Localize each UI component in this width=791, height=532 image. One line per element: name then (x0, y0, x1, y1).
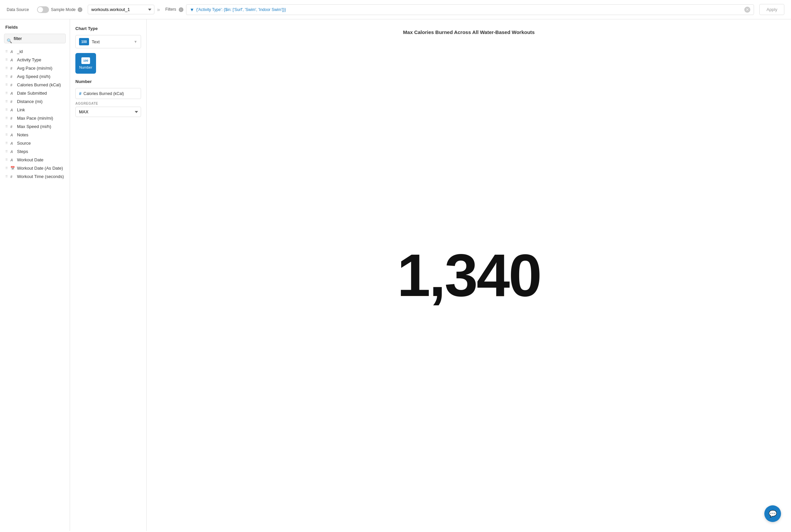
field-item[interactable]: ⠿ A Source (0, 139, 70, 147)
filter-input-wrapper: 🔍 (0, 34, 70, 48)
sample-mode-label: Sample Mode (51, 7, 76, 12)
number-field-box: # Calories Burned (kCal) (75, 88, 141, 99)
field-name: Activity Type (17, 57, 41, 62)
field-name: Avg Pace (min/mi) (17, 66, 52, 71)
field-type-icon: A (10, 50, 15, 54)
drag-handle: ⠿ (5, 108, 8, 112)
field-type-icon: 📅 (10, 166, 15, 170)
field-name: Source (17, 141, 31, 146)
field-type-icon: A (10, 158, 15, 162)
field-type-icon: # (10, 116, 15, 120)
drag-handle: ⠿ (5, 116, 8, 120)
number-field-name: Calories Burned (kCal) (83, 91, 124, 96)
field-name: _id (17, 49, 23, 54)
filter-funnel-icon: ▼ (190, 7, 194, 12)
field-name: Link (17, 107, 25, 112)
field-item[interactable]: ⠿ # Avg Pace (min/mi) (0, 64, 70, 72)
drag-handle: ⠿ (5, 133, 8, 137)
search-icon: 🔍 (7, 38, 12, 43)
field-name: Workout Time (seconds) (17, 174, 64, 179)
middle-panel: Chart Type 100 Text ▼ 100 Number Number … (70, 19, 147, 531)
field-type-icon: # (10, 83, 15, 87)
number-btn-label: Number (79, 65, 92, 69)
drag-handle: ⠿ (5, 166, 8, 170)
drag-handle: ⠿ (5, 100, 8, 103)
field-item[interactable]: ⠿ A _id (0, 48, 70, 56)
number-config: Number # Calories Burned (kCal) AGGREGAT… (75, 79, 141, 117)
aggregate-label: AGGREGATE (75, 102, 141, 105)
sidebar-title: Fields (0, 25, 70, 34)
field-name: Avg Speed (mi/h) (17, 74, 50, 79)
chat-button[interactable]: 💬 (764, 505, 781, 522)
datasource-select-wrapper: workouts.workout_1 » (88, 5, 160, 14)
drag-handle: ⠿ (5, 91, 8, 95)
top-bar: Data Source Sample Mode i workouts.worko… (0, 0, 791, 19)
field-item[interactable]: ⠿ 📅 Workout Date (As Date) (0, 164, 70, 172)
field-item[interactable]: ⠿ # Max Speed (mi/h) (0, 122, 70, 131)
datasource-select[interactable]: workouts.workout_1 (88, 5, 154, 14)
field-item[interactable]: ⠿ A Date Submitted (0, 89, 70, 97)
field-type-icon: A (10, 133, 15, 137)
chart-type-name: Text (92, 39, 131, 44)
hash-icon: # (79, 91, 81, 96)
field-type-icon: # (10, 75, 15, 79)
main-layout: Fields 🔍 ⠿ A _id ⠿ A Activity Type ⠿ # A… (0, 19, 791, 531)
field-name: Workout Date (As Date) (17, 166, 63, 171)
fields-filter-input[interactable] (4, 34, 66, 43)
field-type-icon: # (10, 125, 15, 129)
field-type-icon: A (10, 58, 15, 62)
field-item[interactable]: ⠿ # Calories Burned (kCal) (0, 81, 70, 89)
chart-type-dropdown[interactable]: 100 Text ▼ (75, 35, 141, 48)
field-type-icon: A (10, 91, 15, 95)
field-type-icon: # (10, 175, 15, 179)
field-name: Calories Burned (kCal) (17, 82, 61, 87)
field-item[interactable]: ⠿ # Max Pace (min/mi) (0, 114, 70, 122)
number-icon-box: 100 (81, 57, 90, 64)
filters-info-icon[interactable]: i (179, 7, 183, 12)
field-name: Workout Date (17, 157, 43, 162)
sample-mode-toggle[interactable] (37, 6, 49, 13)
filter-text: {'Activity Type': {$in: ['Surf', 'Swim',… (196, 7, 286, 12)
field-type-icon: # (10, 66, 15, 70)
number-section-title: Number (75, 79, 141, 84)
field-name: Date Submitted (17, 91, 47, 96)
field-type-icon: A (10, 141, 15, 145)
big-number-display: 1,340 (397, 245, 541, 305)
data-source-label: Data Source (7, 7, 29, 12)
filters-area: Filters i ▼ {'Activity Type': {$in: ['Su… (165, 4, 754, 15)
drag-handle: ⠿ (5, 150, 8, 153)
field-item[interactable]: ⠿ A Notes (0, 131, 70, 139)
aggregate-select[interactable]: MAXMINAVGSUMCOUNT (75, 107, 141, 117)
chart-title: Max Calories Burned Across All Water-Bas… (403, 29, 535, 35)
toggle-knob (38, 7, 43, 12)
clear-filter-button[interactable]: ✕ (744, 7, 750, 13)
filter-tag[interactable]: ▼ {'Activity Type': {$in: ['Surf', 'Swim… (186, 4, 754, 15)
field-name: Steps (17, 149, 28, 154)
drag-handle: ⠿ (5, 50, 8, 53)
field-item[interactable]: ⠿ # Avg Speed (mi/h) (0, 72, 70, 81)
drag-handle: ⠿ (5, 175, 8, 178)
drag-handle: ⠿ (5, 125, 8, 128)
field-name: Notes (17, 132, 29, 137)
filters-label: Filters i (165, 7, 183, 12)
field-name: Distance (mi) (17, 99, 43, 104)
apply-button[interactable]: Apply (759, 4, 784, 15)
field-item[interactable]: ⠿ A Steps (0, 147, 70, 156)
drag-handle: ⠿ (5, 158, 8, 162)
field-item[interactable]: ⠿ # Workout Time (seconds) (0, 172, 70, 180)
field-item[interactable]: ⠿ A Workout Date (0, 156, 70, 164)
chart-panel: Max Calories Burned Across All Water-Bas… (147, 19, 791, 531)
field-name: Max Speed (mi/h) (17, 124, 51, 129)
arrow-right-icon: » (157, 7, 160, 13)
drag-handle: ⠿ (5, 75, 8, 78)
number-chart-type-button[interactable]: 100 Number (75, 53, 96, 74)
chart-type-section-title: Chart Type (75, 26, 141, 31)
field-item[interactable]: ⠿ # Distance (mi) (0, 97, 70, 106)
field-type-icon: A (10, 150, 15, 154)
drag-handle: ⠿ (5, 141, 8, 145)
sample-mode-info-icon[interactable]: i (78, 7, 82, 12)
field-name: Max Pace (min/mi) (17, 116, 53, 121)
field-item[interactable]: ⠿ A Activity Type (0, 56, 70, 64)
field-item[interactable]: ⠿ A Link (0, 106, 70, 114)
chart-type-icon: 100 (79, 38, 89, 45)
